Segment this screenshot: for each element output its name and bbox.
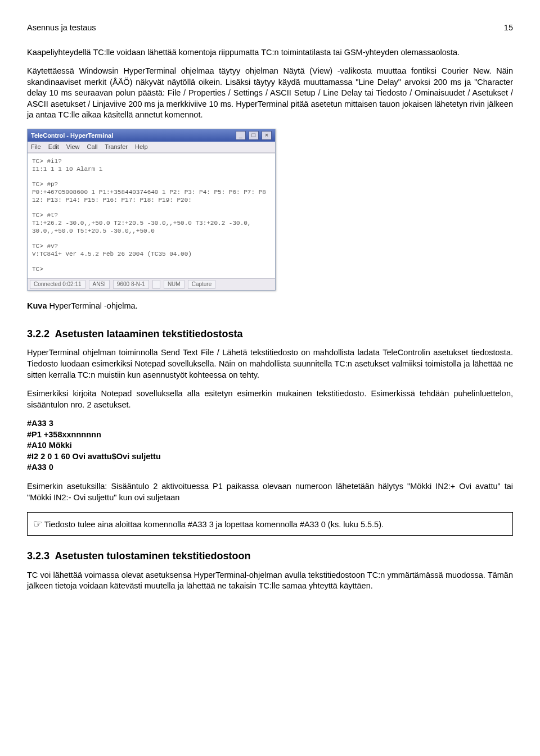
cmd-4: #I2 2 0 1 60 Ovi avattu$Ovi suljettu (27, 451, 513, 463)
cmd-3: #A10 Mökki (27, 440, 513, 451)
status-encoding: ANSI (89, 280, 110, 289)
window-buttons: _ □ × (235, 131, 272, 140)
section-323-heading: 3.2.3 Asetusten tulostaminen tekstitiedo… (27, 549, 513, 563)
paragraph-intro-2: Käytettäessä Windowsin HyperTerminal ohj… (27, 66, 513, 121)
close-icon[interactable]: × (262, 131, 272, 140)
section-322-heading: 3.2.2 Asetusten lataaminen tekstitiedost… (27, 327, 513, 341)
statusbar: Connected 0:02:11 ANSI 9600 8-N-1 NUM Ca… (28, 279, 275, 290)
cmd-1: #A33 3 (27, 418, 513, 429)
menu-view[interactable]: View (66, 143, 80, 150)
section-322-number: 3.2.2 (27, 328, 50, 339)
menu-help[interactable]: Help (135, 143, 148, 150)
figure-caption: Kuva HyperTerminal -ohjelma. (27, 301, 513, 312)
section-322-p2: Esimerkiksi kirjoita Notepad sovelluksel… (27, 388, 513, 410)
menubar: File Edit View Call Transfer Help (28, 142, 275, 153)
minimize-icon[interactable]: _ (236, 131, 246, 140)
header-left: Asennus ja testaus (27, 22, 96, 34)
section-323-title: Asetusten tulostaminen tekstitiedostoon (55, 550, 250, 562)
status-connected: Connected 0:02:11 (30, 280, 86, 289)
status-capture: Capture (188, 280, 216, 289)
cmd-5: #A33 0 (27, 462, 513, 473)
window-title: TeleControl - HyperTerminal (31, 132, 113, 140)
status-blank (152, 280, 160, 289)
menu-call[interactable]: Call (87, 143, 98, 150)
paragraph-intro-1: Kaapeliyhteydellä TC:lle voidaan lähettä… (27, 47, 513, 58)
note-box: ☞ Tiedosto tulee aina aloittaa komennoll… (27, 512, 513, 536)
header-right: 15 (504, 22, 513, 34)
caption-lead: Kuva (27, 301, 47, 310)
status-baud: 9600 8-N-1 (113, 280, 149, 289)
status-num: NUM (164, 280, 184, 289)
note-text: Tiedosto tulee aina aloittaa komennolla … (44, 520, 384, 529)
cmd-2: #P1 +358xxnnnnnn (27, 429, 513, 441)
section-322-p1: HyperTerminal ohjelman toiminnolla Send … (27, 347, 513, 381)
section-322-title: Asetusten lataaminen tekstitiedostosta (55, 328, 242, 339)
section-323-number: 3.2.3 (27, 550, 50, 562)
menu-edit[interactable]: Edit (48, 143, 59, 150)
menu-transfer[interactable]: Transfer (105, 143, 128, 150)
pointing-hand-icon: ☞ (33, 518, 42, 529)
hyperterminal-window: TeleControl - HyperTerminal _ □ × File E… (27, 129, 276, 291)
section-323-p1: TC voi lähettää voimassa olevat asetukse… (27, 570, 513, 592)
maximize-icon[interactable]: □ (249, 131, 259, 140)
caption-rest: HyperTerminal -ohjelma. (47, 301, 137, 310)
titlebar: TeleControl - HyperTerminal _ □ × (28, 129, 275, 142)
terminal-output: TC> #i1? I1:1 1 1 10 Alarm 1 TC> #p? P0:… (28, 153, 275, 279)
example-commands: #A33 3 #P1 +358xxnnnnnn #A10 Mökki #I2 2… (27, 418, 513, 473)
menu-file[interactable]: File (31, 143, 41, 150)
page-header: Asennus ja testaus 15 (27, 22, 513, 34)
section-322-p3: Esimerkin asetuksilla: Sisääntulo 2 akti… (27, 481, 513, 503)
